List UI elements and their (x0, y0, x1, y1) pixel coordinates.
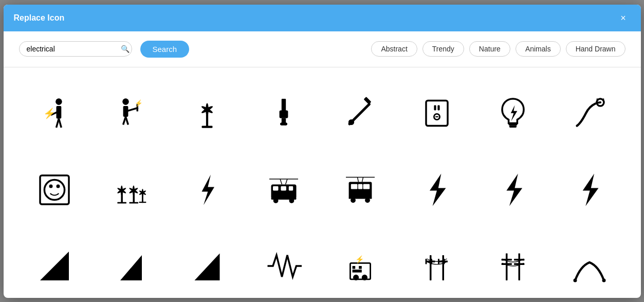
svg-point-39 (44, 180, 64, 200)
pill-hand-drawn[interactable]: Hand Drawn (566, 41, 625, 57)
svg-line-72 (357, 177, 358, 182)
icon-light-bulb-bolt[interactable] (477, 78, 549, 149)
close-button[interactable]: × (616, 11, 631, 25)
svg-rect-25 (363, 97, 371, 104)
icon-voltage-wave[interactable] (248, 230, 320, 298)
icon-lightning-large-2[interactable] (477, 154, 549, 225)
svg-rect-65 (273, 186, 279, 190)
icon-wind-turbine[interactable] (172, 78, 243, 149)
svg-point-109 (602, 279, 606, 282)
svg-point-53 (132, 189, 134, 191)
svg-point-59 (141, 191, 143, 193)
svg-point-18 (206, 108, 209, 111)
icon-electrician-person[interactable]: ⚡ (19, 78, 90, 149)
search-input[interactable] (27, 45, 117, 53)
svg-rect-29 (437, 105, 439, 110)
icon-power-outlet[interactable] (401, 78, 472, 149)
svg-text:⚡: ⚡ (355, 255, 364, 264)
icon-electrician-working[interactable]: ⚡ (95, 78, 167, 149)
icon-charging-station[interactable]: ⚡ (325, 230, 396, 298)
icon-grid: ⚡ ⚡ (19, 78, 625, 298)
modal-title: Replace Icon (14, 13, 65, 23)
svg-line-3 (59, 118, 61, 128)
icon-power-poles-1[interactable] (401, 230, 472, 298)
svg-point-41 (56, 184, 60, 188)
svg-marker-81 (430, 173, 446, 206)
toolbar: 🔍 Search Abstract Trendy Nature Animals … (4, 31, 641, 67)
icon-arc-symbol[interactable] (554, 230, 625, 298)
icon-lightning-large-1[interactable] (401, 154, 472, 225)
svg-rect-76 (363, 184, 370, 189)
pill-animals[interactable]: Animals (516, 41, 561, 57)
svg-rect-91 (352, 270, 361, 273)
category-pills: Abstract Trendy Nature Animals Hand Draw… (371, 41, 625, 57)
svg-text:⚡: ⚡ (43, 107, 56, 119)
svg-marker-34 (511, 105, 518, 121)
svg-point-26 (348, 119, 354, 125)
svg-marker-60 (202, 174, 215, 205)
svg-text:⚡: ⚡ (135, 99, 143, 107)
svg-rect-102 (506, 254, 508, 281)
svg-point-70 (289, 198, 295, 203)
svg-rect-14 (202, 126, 213, 128)
icon-lightning-bolt-medium[interactable] (172, 154, 243, 225)
svg-rect-20 (280, 110, 288, 118)
svg-rect-33 (509, 126, 517, 128)
svg-rect-105 (519, 254, 521, 281)
search-button[interactable]: Search (140, 41, 190, 58)
search-icon: 🔍 (121, 45, 130, 53)
svg-rect-32 (509, 123, 518, 125)
svg-point-47 (120, 189, 122, 191)
svg-point-6 (122, 98, 129, 105)
svg-marker-85 (120, 255, 142, 280)
svg-point-69 (273, 198, 279, 203)
icon-power-socket-eu[interactable] (19, 154, 90, 225)
icon-electric-bus[interactable] (325, 154, 396, 225)
svg-point-40 (49, 184, 52, 188)
icon-signal-bar-2[interactable] (95, 230, 167, 298)
pill-nature[interactable]: Nature (469, 41, 510, 57)
svg-rect-19 (282, 99, 286, 112)
svg-rect-49 (129, 202, 138, 203)
icon-power-poles-2[interactable] (477, 230, 549, 298)
pill-abstract[interactable]: Abstract (371, 41, 417, 57)
svg-rect-90 (359, 266, 362, 269)
svg-rect-77 (358, 184, 362, 189)
icon-power-plug[interactable] (248, 78, 320, 149)
svg-point-80 (365, 198, 370, 203)
svg-rect-66 (281, 186, 287, 190)
icon-power-cord[interactable] (554, 78, 625, 149)
icon-content-area: ⚡ ⚡ (4, 67, 641, 298)
modal-overlay: Replace Icon × 🔍 Search Abstract Trendy … (0, 0, 644, 302)
svg-line-9 (125, 117, 128, 125)
svg-point-22 (280, 122, 283, 126)
svg-rect-89 (352, 266, 355, 269)
icon-screwdriver[interactable] (325, 78, 396, 149)
svg-point-108 (574, 279, 577, 282)
svg-line-63 (286, 179, 288, 185)
svg-line-62 (280, 179, 282, 185)
icon-trolleybus[interactable] (248, 154, 320, 225)
svg-rect-43 (117, 202, 126, 203)
icon-signal-bar-1[interactable] (19, 230, 90, 298)
svg-rect-67 (289, 186, 293, 190)
icon-wind-turbines-multiple[interactable] (95, 154, 167, 225)
svg-rect-75 (351, 184, 358, 189)
svg-point-23 (285, 122, 288, 126)
search-wrapper: 🔍 (19, 41, 132, 57)
replace-icon-modal: Replace Icon × 🔍 Search Abstract Trendy … (4, 5, 641, 298)
svg-marker-86 (195, 254, 220, 281)
pill-trendy[interactable]: Trendy (422, 41, 464, 57)
icon-signal-bar-3[interactable] (172, 230, 243, 298)
svg-line-73 (362, 177, 363, 182)
svg-point-79 (351, 198, 356, 203)
svg-marker-84 (40, 252, 69, 280)
modal-header: Replace Icon × (4, 5, 641, 31)
svg-marker-82 (507, 173, 523, 206)
svg-point-0 (56, 98, 62, 105)
svg-marker-83 (583, 173, 599, 206)
svg-rect-28 (434, 105, 436, 110)
svg-rect-96 (425, 259, 427, 264)
icon-lightning-large-3[interactable] (554, 154, 625, 225)
svg-rect-55 (139, 202, 146, 203)
